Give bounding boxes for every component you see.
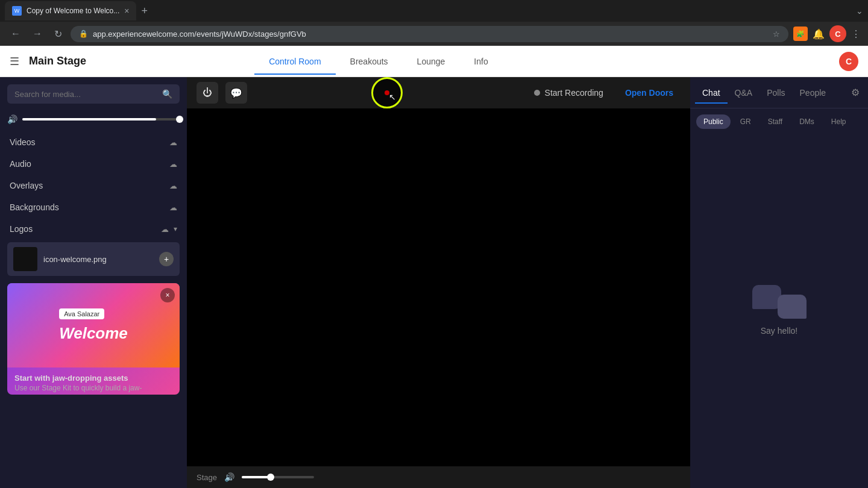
search-input[interactable]	[14, 90, 157, 99]
backgrounds-label: Backgrounds	[10, 202, 165, 212]
name-tag: Ava Salazar	[59, 308, 104, 319]
featured-card[interactable]: Ava Salazar Welcome × Start with jaw-dro…	[7, 283, 180, 395]
audio-label: Audio	[10, 159, 165, 169]
sidebar-section-logos[interactable]: Logos ☁ ▾	[0, 218, 187, 240]
main-content: 🔍 🔊 Videos ☁ Audio ☁ Overlays ☁	[0, 77, 868, 488]
tab-qa[interactable]: Q&A	[728, 82, 760, 104]
chat-bubble-button[interactable]: 💬	[225, 82, 247, 104]
stage-label: Stage	[197, 473, 217, 482]
start-recording-button[interactable]: Start Recording	[527, 84, 611, 101]
filter-help[interactable]: Help	[824, 114, 854, 129]
back-button[interactable]: ←	[7, 26, 24, 42]
stage-area: ⏻ 💬 ↖ Start Recording Open Doors Stage 🔊	[187, 77, 690, 488]
stage-bottom: Stage 🔊	[187, 466, 690, 488]
address-bar-icons: ☆	[773, 30, 780, 39]
nav-bar: ← → ↻ 🔒 app.experiencewelcome.com/events…	[0, 22, 868, 46]
close-card-button[interactable]: ×	[160, 288, 175, 302]
featured-card-bg: Ava Salazar Welcome	[7, 283, 180, 368]
record-dot-icon	[534, 90, 540, 96]
say-hello-text: Say hello!	[761, 326, 797, 336]
filter-dms[interactable]: DMs	[792, 114, 822, 129]
filter-staff[interactable]: Staff	[761, 114, 790, 129]
bell-icon[interactable]: 🔔	[813, 28, 825, 40]
logos-upload-icon: ☁	[161, 225, 169, 234]
app-nav: Control Room Breakouts Lounge Info	[254, 48, 503, 75]
settings-gear-button[interactable]: ⚙	[848, 83, 863, 102]
more-options-icon[interactable]: ⋮	[851, 28, 861, 40]
tab-search-icon: ⌄	[856, 6, 863, 16]
logo-thumbnail	[13, 247, 37, 271]
new-tab-button[interactable]: +	[139, 2, 150, 20]
search-box[interactable]: 🔍	[7, 84, 180, 104]
left-sidebar: 🔍 🔊 Videos ☁ Audio ☁ Overlays ☁	[0, 77, 187, 488]
user-avatar[interactable]: C	[839, 52, 858, 71]
app-header: ☰ Main Stage Control Room Breakouts Loun…	[0, 46, 868, 77]
chat-filter-tabs: Public GR Staff DMs Help	[690, 108, 868, 133]
search-icon: 🔍	[162, 89, 172, 99]
sidebar-section-videos[interactable]: Videos ☁	[0, 131, 187, 153]
logo-name: icon-welcome.png	[43, 255, 153, 264]
logos-chevron-icon: ▾	[174, 225, 177, 233]
nav-lounge[interactable]: Lounge	[403, 48, 460, 75]
toolbar-spacer: ↖	[254, 77, 520, 108]
logo-add-button[interactable]: +	[159, 252, 174, 266]
extension-icon[interactable]: 🧩	[793, 27, 808, 41]
logos-label: Logos	[10, 224, 156, 234]
browser-profile-avatar[interactable]: C	[829, 25, 846, 42]
chat-body: Say hello!	[690, 133, 868, 488]
sidebar-section-audio[interactable]: Audio ☁	[0, 153, 187, 175]
tab-extra-controls: ⌄	[856, 6, 863, 16]
reload-button[interactable]: ↻	[51, 26, 66, 42]
promo-desc: Use our Stage Kit to quickly build a jaw…	[14, 384, 172, 392]
active-tab[interactable]: W Copy of Welcome to Welco... ×	[5, 1, 136, 20]
overlays-upload-icon: ☁	[169, 181, 177, 190]
chat-bubble-left	[752, 285, 781, 309]
app-title: Main Stage	[29, 55, 86, 67]
lock-icon: 🔒	[79, 30, 88, 38]
promo-text: Start with jaw-dropping assets Use our S…	[7, 368, 180, 395]
volume-fill	[22, 118, 156, 120]
sidebar-section-backgrounds[interactable]: Backgrounds ☁	[0, 196, 187, 218]
chat-bubbles-illustration	[752, 285, 807, 319]
right-tabs: Chat Q&A Polls People ⚙	[690, 77, 868, 108]
nav-control-room[interactable]: Control Room	[254, 48, 335, 75]
filter-gr[interactable]: GR	[733, 114, 758, 129]
nav-info[interactable]: Info	[459, 48, 502, 75]
stage-video	[187, 108, 690, 466]
power-button[interactable]: ⏻	[197, 82, 218, 104]
address-bar[interactable]: 🔒 app.experiencewelcome.com/events/jWuWD…	[71, 26, 788, 42]
videos-upload-icon: ☁	[169, 138, 177, 147]
url-text: app.experiencewelcome.com/events/jWuWDx/…	[93, 30, 306, 39]
chat-bubble-right	[778, 295, 807, 319]
stage-volume-slider[interactable]	[242, 476, 314, 478]
welcome-text: Welcome	[59, 324, 128, 343]
promo-title: Start with jaw-dropping assets	[14, 374, 172, 383]
tab-title: Copy of Welcome to Welco...	[27, 7, 119, 15]
tab-chat[interactable]: Chat	[695, 82, 728, 104]
stage-slider-thumb	[267, 474, 274, 481]
stage-volume-icon: 🔊	[224, 472, 234, 482]
open-doors-button[interactable]: Open Doors	[618, 84, 681, 101]
featured-card-overlay: Ava Salazar Welcome	[7, 283, 180, 368]
logo-item[interactable]: icon-welcome.png +	[7, 242, 180, 276]
filter-public[interactable]: Public	[696, 114, 731, 129]
bookmark-icon[interactable]: ☆	[773, 30, 780, 39]
record-label: Start Recording	[545, 88, 603, 98]
app: ☰ Main Stage Control Room Breakouts Loun…	[0, 46, 868, 488]
stage-toolbar: ⏻ 💬 ↖ Start Recording Open Doors	[187, 77, 690, 108]
forward-button[interactable]: →	[29, 26, 46, 42]
volume-thumb	[176, 116, 183, 123]
nav-breakouts[interactable]: Breakouts	[336, 48, 403, 75]
audio-upload-icon: ☁	[169, 160, 177, 169]
volume-slider[interactable]	[22, 118, 180, 120]
right-sidebar: Chat Q&A Polls People ⚙ Public GR Staff …	[690, 77, 868, 488]
tab-polls[interactable]: Polls	[760, 82, 792, 104]
featured-card-image: Ava Salazar Welcome	[7, 283, 180, 368]
tab-people[interactable]: People	[793, 82, 834, 104]
volume-icon: 🔊	[7, 114, 17, 124]
sidebar-section-overlays[interactable]: Overlays ☁	[0, 175, 187, 196]
hamburger-menu-button[interactable]: ☰	[10, 55, 19, 68]
app-header-right: C	[839, 52, 858, 71]
tab-close-button[interactable]: ×	[124, 6, 129, 16]
cursor-indicator: ↖	[371, 77, 403, 108]
